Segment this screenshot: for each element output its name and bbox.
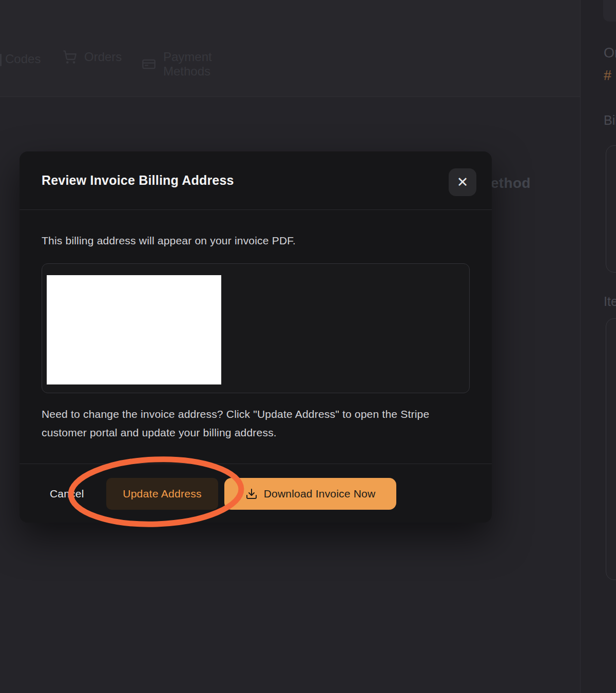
background-topband: [0, 0, 580, 97]
order-heading-fragment: Or: [604, 45, 616, 61]
tab-codes[interactable]: Codes: [5, 52, 41, 66]
dialog-description: This billing address will appear on your…: [42, 235, 296, 247]
header-divider: [20, 209, 492, 210]
tab-orders[interactable]: Orders: [63, 50, 122, 64]
billing-card: [606, 145, 616, 273]
items-heading-fragment: Ite: [604, 294, 616, 309]
codes-icon: [0, 54, 2, 66]
billing-address-preview: [42, 263, 470, 393]
tab-payment-methods[interactable]: Payment Methods: [142, 50, 212, 79]
tab-orders-label: Orders: [84, 50, 122, 64]
tab-payment-methods-label: Payment Methods: [163, 50, 212, 79]
close-button[interactable]: ✕: [449, 168, 476, 196]
cancel-button-label: Cancel: [50, 488, 84, 499]
right-panel: Or # Bil Ite: [581, 0, 616, 693]
items-card: [606, 318, 616, 580]
screen: Codes Orders Payment Methods ethod: [0, 0, 616, 693]
dialog-help-text: Need to change the invoice address? Clic…: [42, 405, 475, 442]
download-icon: [245, 488, 258, 500]
update-address-button[interactable]: Update Address: [106, 478, 218, 510]
cancel-button[interactable]: Cancel: [50, 478, 84, 510]
download-invoice-button-label: Download Invoice Now: [264, 488, 376, 500]
right-panel-button[interactable]: [603, 0, 616, 22]
review-invoice-billing-address-dialog: Review Invoice Billing Address ✕ This bi…: [20, 151, 492, 523]
dialog-title: Review Invoice Billing Address: [42, 173, 234, 188]
occluded-payment-method-heading: ethod: [491, 175, 531, 191]
tab-codes-label: Codes: [5, 52, 41, 66]
cart-icon: [63, 50, 77, 64]
credit-card-icon: [142, 57, 156, 71]
download-invoice-button[interactable]: Download Invoice Now: [224, 478, 396, 510]
billing-heading-fragment: Bil: [604, 113, 616, 128]
close-icon: ✕: [457, 176, 469, 189]
order-number-fragment: #: [604, 68, 611, 84]
horizontal-divider: [0, 97, 580, 97]
dialog-footer: Cancel Update Address Download Invoice N…: [20, 478, 492, 510]
redacted-address-block: [47, 275, 221, 384]
footer-divider: [20, 464, 492, 464]
update-address-button-label: Update Address: [123, 488, 202, 499]
